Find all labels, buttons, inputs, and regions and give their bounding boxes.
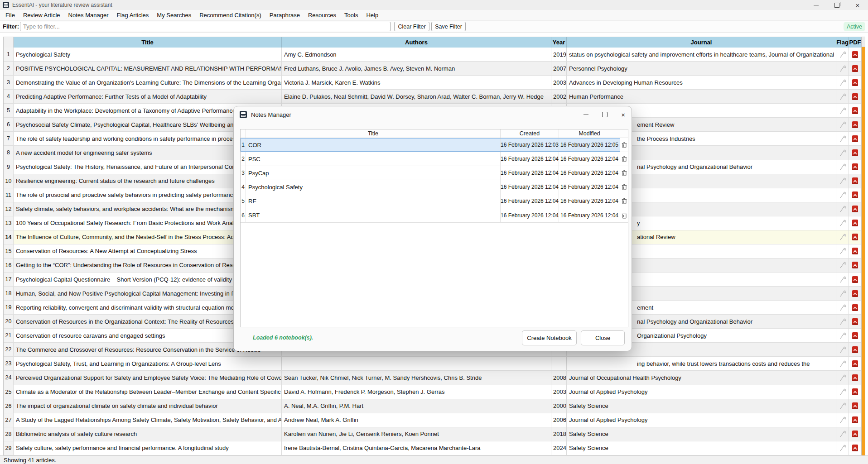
active-status-badge[interactable]: Active	[844, 22, 865, 31]
menu-item-my-searches[interactable]: My Searches	[153, 10, 195, 20]
trash-icon[interactable]	[622, 170, 627, 176]
menu-item-notes-manager[interactable]: Notes Manager	[64, 10, 113, 20]
flag-icon[interactable]	[839, 177, 846, 185]
pdf-icon[interactable]	[852, 219, 858, 227]
flag-icon[interactable]	[839, 233, 846, 241]
flag-icon[interactable]	[839, 444, 846, 452]
pdf-icon[interactable]	[852, 121, 858, 129]
dialog-close-button-footer[interactable]: Close	[581, 330, 625, 345]
pdf-icon[interactable]	[852, 261, 858, 269]
article-row[interactable]: 2 POSITIVE PSYCHOLOGICAL CAPITAL: MEASUR…	[4, 61, 861, 75]
flag-icon[interactable]	[839, 191, 846, 199]
article-row[interactable]: 25 Climate as a Moderator of the Relatio…	[4, 385, 861, 399]
notes-header-title[interactable]: Title	[246, 129, 501, 138]
clear-filter-button[interactable]: Clear Filter	[394, 22, 429, 31]
menu-item-review-article[interactable]: Review Article	[19, 10, 64, 20]
menu-item-help[interactable]: Help	[362, 10, 382, 20]
flag-icon[interactable]	[839, 65, 846, 72]
filter-input[interactable]	[20, 22, 391, 31]
pdf-icon[interactable]	[852, 430, 858, 438]
flag-icon[interactable]	[839, 107, 846, 115]
pdf-icon[interactable]	[852, 332, 858, 340]
flag-icon[interactable]	[839, 51, 846, 58]
save-filter-button[interactable]: Save Filter	[431, 22, 466, 31]
flag-icon[interactable]	[839, 79, 846, 86]
flag-icon[interactable]	[839, 276, 846, 283]
pdf-icon[interactable]	[852, 360, 858, 368]
note-row[interactable]: 3 PsyCap 16 February 2026 12:04 16 Febru…	[241, 166, 628, 180]
header-pdf[interactable]: PDF	[849, 37, 861, 48]
pdf-icon[interactable]	[852, 247, 858, 255]
pdf-icon[interactable]	[852, 135, 858, 143]
pdf-icon[interactable]	[852, 318, 858, 325]
menu-item-file[interactable]: File	[1, 10, 19, 20]
notes-header-created[interactable]: Created	[501, 129, 559, 138]
dialog-minimize-button[interactable]	[583, 115, 588, 115]
pdf-icon[interactable]	[852, 65, 858, 72]
trash-icon[interactable]	[622, 212, 627, 219]
flag-icon[interactable]	[839, 93, 846, 100]
flag-icon[interactable]	[839, 304, 846, 311]
flag-icon[interactable]	[839, 163, 846, 171]
article-row[interactable]: 4 Predicting Adaptive Performance: Furth…	[4, 89, 861, 103]
flag-icon[interactable]	[839, 219, 846, 227]
article-row[interactable]: 28 Bibliometric analysis of safety cultu…	[4, 427, 861, 441]
pdf-icon[interactable]	[852, 177, 858, 185]
header-flag[interactable]: Flag	[836, 37, 849, 48]
flag-icon[interactable]	[839, 205, 846, 213]
close-button[interactable]: ×	[847, 0, 868, 10]
flag-icon[interactable]	[839, 374, 846, 382]
dialog-close-button[interactable]: ×	[621, 111, 625, 118]
pdf-icon[interactable]	[852, 346, 858, 354]
flag-icon[interactable]	[839, 332, 846, 340]
pdf-icon[interactable]	[852, 402, 858, 410]
dialog-maximize-button[interactable]	[602, 112, 608, 117]
note-row[interactable]: 4 Psychological Safety 16 February 2026 …	[241, 180, 628, 194]
note-row[interactable]: 1 COR 16 February 2026 12:03 16 February…	[241, 138, 628, 152]
trash-icon[interactable]	[622, 156, 627, 162]
trash-icon[interactable]	[622, 198, 627, 204]
vertical-scrollbar[interactable]	[862, 47, 865, 455]
pdf-icon[interactable]	[852, 107, 858, 115]
flag-icon[interactable]	[839, 290, 846, 297]
flag-icon[interactable]	[839, 360, 846, 368]
article-row[interactable]: 24 Perceived Organizational Support for …	[4, 370, 861, 384]
menu-item-resources[interactable]: Resources	[304, 10, 340, 20]
pdf-icon[interactable]	[852, 276, 858, 283]
flag-icon[interactable]	[839, 135, 846, 143]
pdf-icon[interactable]	[852, 290, 858, 297]
flag-icon[interactable]	[839, 416, 846, 424]
menu-item-paraphrase[interactable]: Paraphrase	[265, 10, 304, 20]
menu-item-flag-articles[interactable]: Flag Articles	[112, 10, 153, 20]
header-year[interactable]: Year	[551, 37, 567, 48]
header-authors[interactable]: Authors	[282, 37, 551, 48]
article-row[interactable]: 27 A Study of the Lagged Relationships A…	[4, 413, 861, 427]
flag-icon[interactable]	[839, 402, 846, 410]
pdf-icon[interactable]	[852, 388, 858, 396]
pdf-icon[interactable]	[852, 93, 858, 100]
menu-item-tools[interactable]: Tools	[340, 10, 362, 20]
notes-header-modified[interactable]: Modified	[559, 129, 620, 138]
pdf-icon[interactable]	[852, 233, 858, 241]
note-row[interactable]: 6 SBT 16 February 2026 12:04 16 February…	[241, 208, 628, 222]
trash-icon[interactable]	[622, 184, 627, 190]
flag-icon[interactable]	[839, 346, 846, 354]
minimize-button[interactable]	[805, 0, 826, 10]
article-row[interactable]: 1 Psychological Safety Amy C. Edmondson …	[4, 48, 861, 61]
article-row[interactable]: 3 Demonstrating the Value of an Organiza…	[4, 75, 861, 89]
pdf-icon[interactable]	[852, 149, 858, 157]
flag-icon[interactable]	[839, 261, 846, 269]
restore-button[interactable]	[826, 0, 847, 10]
note-row[interactable]: 5 RE 16 February 2026 12:04 16 February …	[241, 194, 628, 208]
pdf-icon[interactable]	[852, 416, 858, 424]
flag-icon[interactable]	[839, 388, 846, 396]
flag-icon[interactable]	[839, 430, 846, 438]
flag-icon[interactable]	[839, 247, 846, 255]
pdf-icon[interactable]	[852, 444, 858, 452]
article-row[interactable]: 26 The impact of organizational climate …	[4, 399, 861, 413]
pdf-icon[interactable]	[852, 304, 858, 311]
pdf-icon[interactable]	[852, 79, 858, 86]
header-journal[interactable]: Journal	[567, 37, 836, 48]
header-title[interactable]: Title	[14, 37, 282, 48]
article-row[interactable]: 23 Psychological Safety, Trust, and Lear…	[4, 356, 861, 370]
